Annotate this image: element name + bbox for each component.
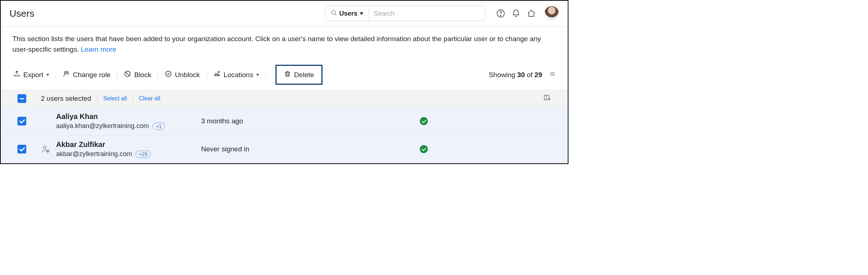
unblock-icon bbox=[165, 70, 172, 79]
search-icon bbox=[331, 9, 337, 18]
chevron-down-icon bbox=[46, 74, 49, 76]
export-button[interactable]: Export bbox=[12, 69, 50, 81]
bell-icon[interactable] bbox=[512, 9, 520, 18]
showing-text: Showing 30 of 29 bbox=[489, 71, 542, 79]
user-role-icon bbox=[41, 144, 50, 154]
svg-point-7 bbox=[165, 71, 171, 77]
alias-count-badge[interactable]: +1 bbox=[152, 123, 165, 130]
export-label: Export bbox=[23, 71, 43, 79]
locations-label: Locations bbox=[224, 71, 253, 79]
user-rows: Aaliya Khan aaliya.khan@zylkertraining.c… bbox=[1, 107, 568, 163]
top-bar: Users Users bbox=[1, 1, 568, 27]
locations-button[interactable]: Locations bbox=[213, 69, 260, 81]
last-signin: 3 months ago bbox=[201, 117, 347, 125]
delete-button[interactable]: Delete bbox=[275, 65, 322, 85]
clear-all-link[interactable]: Clear all bbox=[139, 95, 160, 102]
unblock-button[interactable]: Unblock bbox=[164, 69, 201, 81]
learn-more-link[interactable]: Learn more bbox=[81, 45, 116, 53]
change-role-icon bbox=[63, 70, 70, 79]
svg-line-1 bbox=[335, 14, 336, 15]
search-scope-dropdown[interactable]: Users bbox=[325, 6, 369, 21]
svg-point-4 bbox=[64, 72, 67, 74]
table-row[interactable]: Aaliya Khan aaliya.khan@zylkertraining.c… bbox=[1, 107, 568, 135]
user-name[interactable]: Akbar Zulfikar bbox=[56, 140, 151, 149]
caret-down-icon bbox=[360, 12, 363, 15]
change-role-button[interactable]: Change role bbox=[62, 69, 112, 81]
svg-point-14 bbox=[43, 146, 46, 149]
last-signin: Never signed in bbox=[201, 145, 347, 153]
unblock-label: Unblock bbox=[175, 71, 200, 79]
status-active-icon bbox=[420, 117, 428, 125]
row-checkbox[interactable] bbox=[17, 117, 26, 125]
user-email: aaliya.khan@zylkertraining.com bbox=[56, 122, 149, 130]
search-input[interactable] bbox=[369, 6, 485, 21]
user-email: akbar@zylkertraining.com bbox=[56, 150, 132, 158]
svg-point-8 bbox=[218, 71, 219, 72]
selection-count: 2 users selected bbox=[41, 95, 91, 103]
select-all-link[interactable]: Select all bbox=[103, 95, 127, 102]
locations-icon bbox=[214, 70, 221, 79]
selection-bar: 2 users selected Select all Clear all bbox=[1, 90, 568, 107]
block-icon bbox=[124, 70, 131, 79]
svg-line-6 bbox=[126, 72, 130, 76]
delete-label: Delete bbox=[294, 71, 314, 79]
help-icon[interactable] bbox=[496, 9, 505, 18]
page-title: Users bbox=[9, 8, 34, 19]
svg-point-0 bbox=[332, 11, 336, 15]
home-icon[interactable] bbox=[527, 9, 536, 18]
change-role-label: Change role bbox=[73, 71, 111, 79]
list-density-icon[interactable] bbox=[549, 70, 556, 79]
select-all-checkbox[interactable] bbox=[17, 94, 26, 103]
row-checkbox[interactable] bbox=[17, 145, 26, 154]
export-icon bbox=[13, 70, 20, 79]
search-box[interactable]: Users bbox=[325, 6, 485, 21]
search-scope-label: Users bbox=[339, 10, 357, 17]
avatar[interactable] bbox=[544, 6, 559, 21]
table-row[interactable]: Akbar Zulfikar akbar@zylkertraining.com … bbox=[1, 135, 568, 163]
action-toolbar: Export Change role Block bbox=[12, 63, 556, 90]
block-label: Block bbox=[134, 71, 151, 79]
intro-text: This section lists the users that have b… bbox=[12, 34, 556, 55]
block-button[interactable]: Block bbox=[123, 69, 152, 81]
user-name[interactable]: Aaliya Khan bbox=[56, 112, 165, 121]
svg-point-3 bbox=[500, 15, 501, 16]
chevron-down-icon bbox=[256, 74, 259, 76]
column-settings-icon[interactable] bbox=[543, 94, 551, 103]
alias-count-badge[interactable]: +29 bbox=[136, 151, 151, 158]
status-active-icon bbox=[420, 145, 428, 153]
trash-icon bbox=[284, 70, 291, 79]
